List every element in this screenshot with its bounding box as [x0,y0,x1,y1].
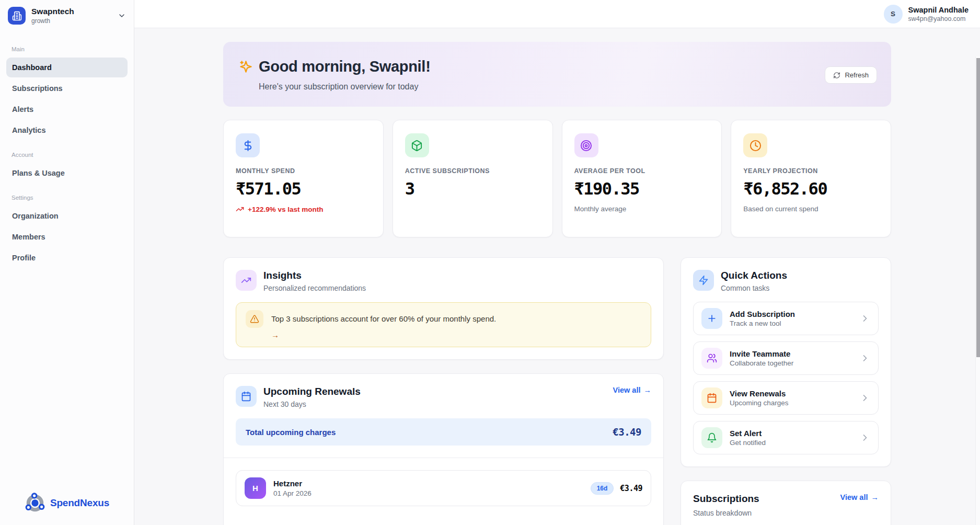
qa-subtitle: Track a new tool [730,319,795,327]
quick-actions-title: Quick Actions [721,270,787,282]
chevron-down-icon [118,12,126,20]
alert-text: Top 3 subscriptions account for over 60%… [271,310,496,324]
chevron-right-icon [860,393,870,403]
quick-action-view-renewals[interactable]: View Renewals Upcoming charges [693,381,879,415]
left-column: Insights Personalized recommendations To… [223,257,664,525]
bell-icon [701,427,722,448]
dollar-icon [236,133,260,157]
stat-note: Based on current spend [743,205,879,213]
sidebar-item-plans-usage[interactable]: Plans & Usage [6,163,128,183]
scrollbar[interactable] [975,56,980,525]
stat-trend: +122.9% vs last month [236,205,371,213]
stat-card-active-subscriptions: ACTIVE SUBSCRIPTIONS 3 [393,120,553,237]
quick-action-invite-teammate[interactable]: Invite Teammate Collaborate together [693,341,879,375]
renewals-view-all-link[interactable]: View all → [613,386,651,394]
stat-note: Monthly average [574,205,710,213]
brand-mark-icon [25,493,45,513]
chevron-right-icon [860,313,870,324]
org-plan: growth [31,17,74,25]
arrow-right-icon: → [644,386,652,394]
qa-title: Invite Teammate [730,349,793,358]
user-menu[interactable]: S Swapnil Andhale sw4pn@yahoo.com [884,5,969,24]
greeting-banner: Good morning, Swapnil! Here's your subsc… [223,42,891,107]
brand-name: SpendNexus [50,497,109,509]
qa-title: View Renewals [730,389,789,398]
clock-icon [743,133,767,157]
stat-label: MONTHLY SPEND [236,167,371,175]
renewal-amount: €3.49 [620,484,642,493]
sidebar-item-profile[interactable]: Profile [6,248,128,268]
stat-card-average-per-tool: AVERAGE PER TOOL ₹190.35 Monthly average [562,120,722,237]
renewals-list: H Hetzner 01 Apr 2026 16d €3.49 [224,458,663,518]
vendor-avatar: H [245,477,266,499]
qa-title: Set Alert [730,429,766,438]
insight-alert[interactable]: Top 3 subscriptions account for over 60%… [236,302,651,348]
app-window: Swapntech growth Main Dashboard Subscrip… [0,0,980,525]
arrow-right-icon: → [871,493,879,501]
quick-actions-subtitle: Common tasks [721,284,787,292]
total-upcoming-value: €3.49 [613,426,641,438]
package-icon [405,133,429,157]
topbar: S Swapnil Andhale sw4pn@yahoo.com [134,0,980,28]
stat-value: ₹190.35 [574,179,710,199]
arrow-right-icon: → [271,330,496,339]
nav-section-label: Main [11,46,122,52]
stat-label: YEARLY PROJECTION [743,167,879,175]
calendar-icon [701,387,722,408]
subscriptions-title: Subscriptions [693,493,759,505]
page-title: Good morning, Swapnil! [259,56,431,76]
total-upcoming-label: Total upcoming charges [246,428,336,437]
nav-section-label: Settings [11,195,122,201]
subscriptions-view-all-link[interactable]: View all → [840,493,879,501]
renewals-subtitle: Next 30 days [263,400,361,408]
renewal-row-hetzner[interactable]: H Hetzner 01 Apr 2026 16d €3.49 [236,470,651,506]
dashboard-columns: Insights Personalized recommendations To… [223,257,891,525]
qa-subtitle: Get notified [730,439,766,447]
main-column: S Swapnil Andhale sw4pn@yahoo.com Good m… [134,0,980,525]
stats-row: MONTHLY SPEND ₹571.05 +122.9% vs last mo… [223,120,891,237]
plus-icon [701,308,722,329]
stat-value: ₹6,852.60 [743,179,879,199]
sidebar-item-analytics[interactable]: Analytics [6,120,128,140]
insights-panel: Insights Personalized recommendations To… [223,257,664,360]
building-icon [8,7,26,25]
renewals-title: Upcoming Renewals [263,386,361,398]
insights-subtitle: Personalized recommendations [263,284,366,292]
users-icon [701,348,722,369]
subscriptions-panel: Subscriptions Status breakdown View all … [681,481,891,525]
page-subtitle: Here's your subscription overview for to… [259,82,875,92]
qa-subtitle: Upcoming charges [730,399,789,407]
nav-section-label: Account [11,152,122,158]
calendar-icon [236,386,257,407]
refresh-button[interactable]: Refresh [825,66,877,84]
qa-title: Add Subscription [730,310,795,318]
vendor-name: Hetzner [273,479,312,488]
content: Good morning, Swapnil! Here's your subsc… [134,28,980,525]
refresh-icon [833,72,840,79]
renewal-date: 01 Apr 2026 [273,489,312,497]
sidebar-item-organization[interactable]: Organization [6,206,128,226]
insights-title: Insights [263,270,366,282]
sidebar-item-dashboard[interactable]: Dashboard [6,58,128,77]
quick-action-set-alert[interactable]: Set Alert Get notified [693,421,879,454]
avatar: S [884,5,903,24]
stat-value: ₹571.05 [236,179,371,199]
org-switcher[interactable]: Swapntech growth [0,0,134,31]
sidebar-nav: Main Dashboard Subscriptions Alerts Anal… [0,31,134,268]
sidebar-item-subscriptions[interactable]: Subscriptions [6,78,128,98]
chevron-right-icon [860,432,870,443]
sidebar-item-alerts[interactable]: Alerts [6,99,128,119]
qa-subtitle: Collaborate together [730,359,793,367]
user-email: sw4pn@yahoo.com [908,15,969,22]
org-name: Swapntech [31,7,74,17]
scrollbar-thumb[interactable] [976,58,980,357]
upcoming-renewals-panel: Upcoming Renewals Next 30 days View all … [223,373,664,525]
target-icon [574,133,598,157]
stat-label: ACTIVE SUBSCRIPTIONS [405,167,540,175]
stat-label: AVERAGE PER TOOL [574,167,710,175]
sidebar-item-members[interactable]: Members [6,227,128,247]
trending-up-icon [236,205,244,213]
quick-action-add-subscription[interactable]: Add Subscription Track a new tool [693,302,879,335]
zap-icon [693,270,714,291]
trending-up-icon [236,270,257,291]
